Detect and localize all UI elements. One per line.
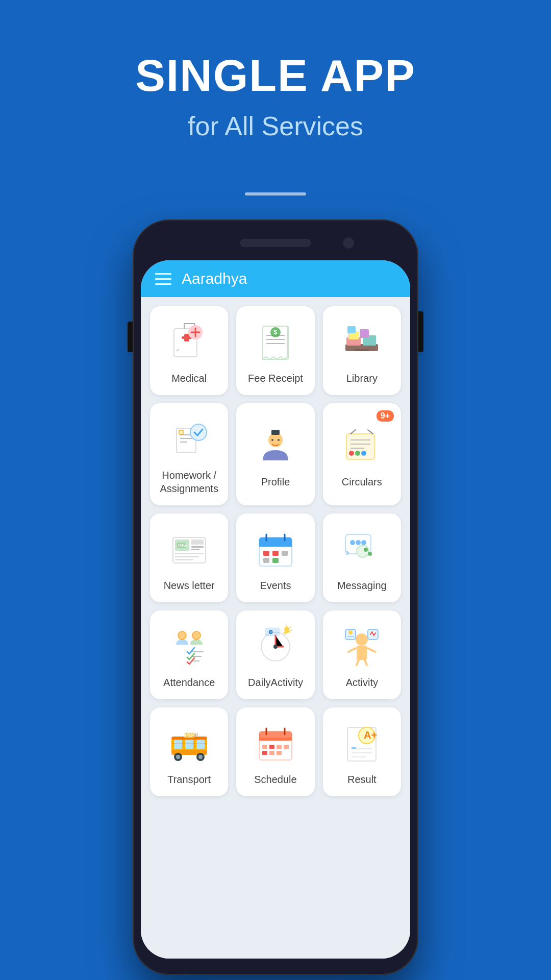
svg-point-28 xyxy=(271,439,273,441)
tile-label-daily-activity: DailyActivity xyxy=(248,676,303,689)
tile-label-fee-receipt: Fee Receipt xyxy=(248,372,303,385)
tile-messaging[interactable]: Messaging xyxy=(323,513,401,602)
svg-rect-23 xyxy=(179,430,183,434)
hero-divider xyxy=(245,192,306,195)
medical-icon: ✓ xyxy=(166,318,212,364)
svg-point-62 xyxy=(364,548,368,552)
svg-rect-56 xyxy=(272,558,279,563)
tile-label-result: Result xyxy=(347,773,377,786)
tile-label-schedule: Schedule xyxy=(254,773,296,786)
svg-point-71 xyxy=(284,627,289,632)
hero-section: SINGLE APP for All Services xyxy=(0,0,551,162)
svg-rect-52 xyxy=(263,551,269,556)
svg-text:⚙: ⚙ xyxy=(268,629,273,635)
tile-attendance[interactable]: Attendance xyxy=(150,610,228,699)
svg-point-36 xyxy=(361,451,366,456)
tile-label-profile: Profile xyxy=(261,475,290,488)
svg-point-25 xyxy=(268,433,283,447)
svg-rect-18 xyxy=(354,349,369,351)
messaging-icon xyxy=(339,526,385,572)
phone-notch xyxy=(141,228,410,258)
svg-text:A+: A+ xyxy=(364,729,377,741)
svg-point-35 xyxy=(355,451,360,456)
side-button-right xyxy=(418,311,423,352)
svg-point-92 xyxy=(198,755,203,759)
svg-rect-49 xyxy=(259,544,292,547)
svg-rect-42 xyxy=(175,553,204,554)
profile-icon xyxy=(253,422,298,468)
transport-icon: STOP xyxy=(166,720,212,766)
svg-point-59 xyxy=(350,540,355,545)
tile-circulars[interactable]: Circulars9+ xyxy=(323,403,401,505)
svg-rect-55 xyxy=(263,558,269,563)
svg-text:IMG: IMG xyxy=(178,543,187,548)
app-grid: ✓ Medical $ Fee Receipt Library Homework… xyxy=(150,306,401,796)
app-bar-title: Aaradhya xyxy=(182,270,247,287)
svg-rect-41 xyxy=(191,549,199,550)
svg-rect-104 xyxy=(284,745,289,749)
svg-line-73 xyxy=(289,627,291,628)
svg-point-24 xyxy=(190,424,207,440)
tile-schedule[interactable]: Schedule xyxy=(236,707,314,796)
tile-events[interactable]: Events xyxy=(236,513,314,602)
svg-rect-87 xyxy=(196,740,205,749)
tile-label-newsletter: News letter xyxy=(164,579,215,592)
result-icon: A+ xyxy=(339,720,385,766)
tile-label-library: Library xyxy=(346,372,378,385)
tile-profile[interactable]: Profile xyxy=(236,403,314,505)
svg-point-29 xyxy=(278,439,280,441)
tile-fee-receipt[interactable]: $ Fee Receipt xyxy=(236,306,314,395)
svg-point-90 xyxy=(176,755,180,759)
svg-rect-2 xyxy=(184,334,189,341)
svg-rect-114 xyxy=(352,747,356,749)
tile-label-homework: Homework / Assignments xyxy=(156,469,222,495)
library-icon xyxy=(339,318,385,364)
phone-speaker xyxy=(240,239,311,247)
svg-rect-44 xyxy=(175,559,193,560)
app-bar: Aaradhya xyxy=(141,260,410,297)
svg-rect-15 xyxy=(360,329,369,338)
tile-daily-activity[interactable]: ⚙ DailyActivity xyxy=(236,610,314,699)
fee-receipt-icon: $ xyxy=(253,318,298,364)
newsletter-icon: IMG xyxy=(166,526,212,572)
svg-point-61 xyxy=(361,540,366,545)
homework-icon xyxy=(166,415,212,461)
svg-rect-53 xyxy=(272,551,279,556)
svg-point-65 xyxy=(192,631,201,640)
badge-circulars: 9+ xyxy=(377,410,394,422)
svg-rect-106 xyxy=(269,751,274,755)
tile-label-messaging: Messaging xyxy=(337,579,387,592)
tile-homework[interactable]: Homework / Assignments xyxy=(150,403,228,505)
events-icon xyxy=(253,526,298,572)
menu-icon[interactable] xyxy=(155,273,171,285)
side-button-left xyxy=(128,322,133,352)
tile-activity[interactable]: Activity xyxy=(323,610,401,699)
phone-outer: Aaradhya ✓ Medical $ Fee Receipt Library xyxy=(133,219,418,975)
phone-screen: Aaradhya ✓ Medical $ Fee Receipt Library xyxy=(141,260,410,959)
svg-rect-105 xyxy=(262,751,267,755)
circulars-icon xyxy=(339,422,385,468)
phone-camera xyxy=(343,237,354,249)
grid-content: ✓ Medical $ Fee Receipt Library Homework… xyxy=(141,297,410,959)
svg-rect-107 xyxy=(277,751,282,755)
svg-point-63 xyxy=(368,552,372,556)
svg-rect-43 xyxy=(175,556,199,557)
tile-transport[interactable]: STOP Transport xyxy=(150,707,228,796)
tile-label-circulars: Circulars xyxy=(342,475,382,488)
tile-newsletter[interactable]: IMG News letter xyxy=(150,513,228,602)
svg-text:STOP: STOP xyxy=(186,732,198,738)
tile-result[interactable]: A+ Result xyxy=(323,707,401,796)
tile-library[interactable]: Library xyxy=(323,306,401,395)
svg-point-64 xyxy=(178,631,186,640)
tile-medical[interactable]: ✓ Medical xyxy=(150,306,228,395)
svg-rect-101 xyxy=(262,745,267,749)
schedule-icon xyxy=(253,720,298,766)
svg-rect-39 xyxy=(191,540,204,545)
svg-rect-86 xyxy=(185,740,193,749)
svg-text:✓: ✓ xyxy=(176,348,180,353)
svg-rect-16 xyxy=(347,326,356,333)
svg-text:$: $ xyxy=(273,328,278,336)
hero-subtitle: for All Services xyxy=(0,111,551,141)
daily-activity-icon: ⚙ xyxy=(253,623,298,669)
svg-rect-54 xyxy=(282,551,288,556)
